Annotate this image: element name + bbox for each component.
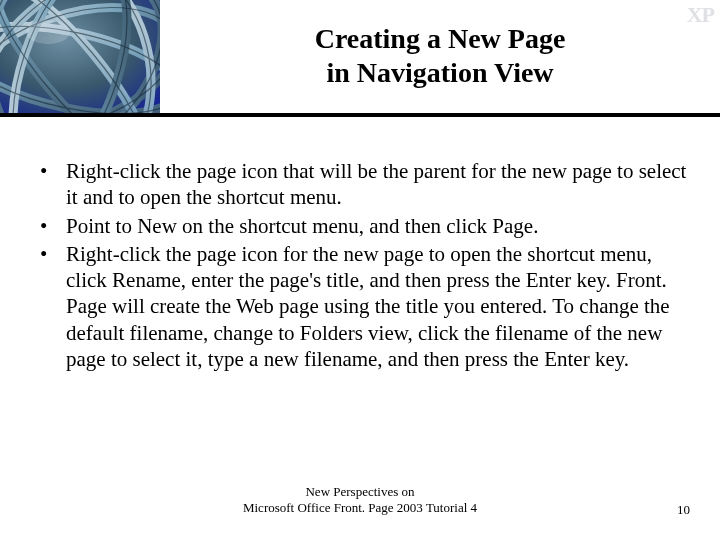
footer-center: New Perspectives on Microsoft Office Fro… bbox=[0, 484, 720, 515]
slide-body: Right-click the page icon that will be t… bbox=[34, 158, 690, 374]
bullet-text: Right-click the page icon that will be t… bbox=[66, 159, 686, 209]
slide: XP Creating a New Page in Navigation Vie… bbox=[0, 0, 720, 540]
header-divider bbox=[0, 113, 720, 117]
slide-title: Creating a New Page in Navigation View bbox=[170, 22, 710, 89]
title-line-2: in Navigation View bbox=[170, 56, 710, 90]
bullet-item: Right-click the page icon that will be t… bbox=[34, 158, 690, 211]
bullet-text: Point to New on the shortcut menu, and t… bbox=[66, 214, 538, 238]
footer-line-1: New Perspectives on bbox=[0, 484, 720, 500]
bullet-text: Right-click the page icon for the new pa… bbox=[66, 242, 670, 371]
bullet-item: Right-click the page icon for the new pa… bbox=[34, 241, 690, 372]
footer-line-2: Microsoft Office Front. Page 2003 Tutori… bbox=[0, 500, 720, 516]
bullet-item: Point to New on the shortcut menu, and t… bbox=[34, 213, 690, 239]
slide-header: XP Creating a New Page in Navigation Vie… bbox=[0, 0, 720, 118]
page-number: 10 bbox=[677, 502, 690, 518]
sphere-lattice-icon bbox=[0, 0, 160, 113]
header-decorative-image bbox=[0, 0, 160, 113]
svg-point-13 bbox=[26, 20, 70, 44]
title-line-1: Creating a New Page bbox=[170, 22, 710, 56]
bullet-list: Right-click the page icon that will be t… bbox=[34, 158, 690, 372]
slide-footer: New Perspectives on Microsoft Office Fro… bbox=[0, 484, 720, 524]
